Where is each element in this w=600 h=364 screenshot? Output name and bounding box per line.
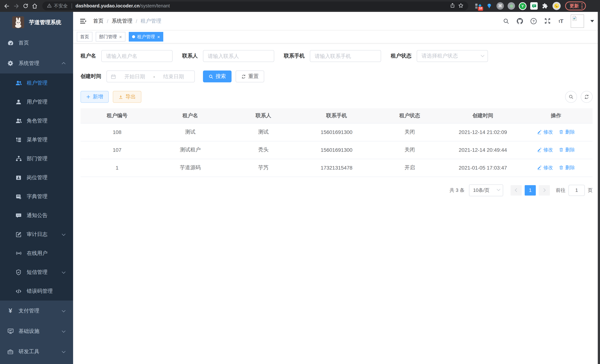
bookmark-star-icon[interactable]	[458, 2, 464, 9]
add-button[interactable]: 新增	[81, 91, 109, 103]
edit-link[interactable]: 修改	[537, 147, 553, 153]
sidebar-item-tenant[interactable]: 租户管理	[0, 74, 73, 92]
avatar[interactable]	[571, 14, 584, 28]
contact-input[interactable]	[203, 50, 274, 62]
browser-menu-icon[interactable]	[581, 3, 582, 9]
goto-page-input[interactable]	[568, 185, 585, 196]
column-header: 创建时间	[446, 108, 519, 123]
sidebar-item-post[interactable]: 岗位管理	[0, 168, 73, 187]
font-size-icon[interactable]: tT	[557, 17, 565, 25]
cell-contact: 秃头	[227, 141, 300, 159]
delete-link[interactable]: 删除	[559, 147, 575, 153]
update-label: 更新	[570, 3, 579, 9]
update-button[interactable]: 更新	[565, 1, 586, 10]
github-icon[interactable]	[516, 17, 524, 25]
current-page-button[interactable]: 1	[525, 185, 536, 195]
status-select[interactable]: 请选择租户状态	[417, 50, 488, 62]
date-range-picker[interactable]: -	[106, 71, 195, 82]
show-search-toggle-icon[interactable]	[565, 91, 577, 103]
avatar-dropdown-icon[interactable]	[590, 20, 594, 22]
end-date-field[interactable]	[157, 74, 191, 79]
tenant-name-input[interactable]	[101, 50, 173, 62]
dashboard-icon	[7, 39, 14, 46]
sidebar-item-dept[interactable]: 部门管理	[0, 149, 73, 168]
tab-部门管理[interactable]: 部门管理×	[96, 32, 125, 42]
delete-link[interactable]: 删除	[559, 129, 575, 135]
tenant-name-field[interactable]	[106, 53, 168, 59]
refresh-table-icon[interactable]	[581, 91, 593, 103]
mobile-input[interactable]	[310, 50, 381, 62]
sidebar-toggle-icon[interactable]	[79, 17, 87, 25]
page-size-select[interactable]: 10条/页	[469, 184, 503, 196]
browser-home-icon[interactable]	[30, 1, 39, 10]
cell-name: 测试	[154, 123, 227, 141]
cell-id: 107	[81, 141, 154, 159]
breadcrumb-item: 租户管理	[141, 18, 161, 24]
filter-row-1: 租户名 联系人 联系手机	[81, 50, 593, 62]
sidebar-item-infra[interactable]: 基础设施	[0, 321, 73, 341]
breadcrumb-item[interactable]: 系统管理	[112, 18, 132, 24]
calendar-icon	[111, 74, 116, 79]
sidebar-item-dict[interactable]: 字典管理	[0, 187, 73, 206]
next-page-button[interactable]	[539, 185, 550, 195]
reset-label: 重置	[248, 73, 259, 80]
sidebar-item-online[interactable]: 在线用户	[0, 244, 73, 263]
export-button[interactable]: 导出	[113, 91, 141, 103]
browser-reload-icon[interactable]	[21, 1, 30, 10]
sidebar-item-devtool[interactable]: 研发工具	[0, 341, 73, 362]
close-icon[interactable]: ×	[157, 34, 160, 39]
edit-link[interactable]: 修改	[537, 164, 553, 171]
tab-首页[interactable]: 首页	[77, 32, 92, 42]
tags-bar: 首页部门管理×租户管理×	[73, 30, 600, 43]
contact-field[interactable]	[208, 53, 269, 59]
status-label: 租户状态	[391, 53, 412, 59]
tab-租户管理[interactable]: 租户管理×	[129, 32, 163, 42]
breadcrumb-item[interactable]: 首页	[93, 18, 103, 24]
edit-link[interactable]: 修改	[537, 129, 553, 135]
cell-contact: 芋艿	[227, 159, 300, 177]
sidebar-item-label: 研发工具	[19, 348, 39, 355]
extension-grid-icon[interactable]: 10	[474, 2, 482, 10]
extension-y-icon[interactable]: Y	[519, 2, 526, 10]
sidebar-item-gear[interactable]: 系统管理	[0, 53, 73, 74]
header-search-icon[interactable]	[502, 17, 510, 25]
share-icon[interactable]	[450, 3, 455, 9]
extension-puzzle-icon[interactable]	[541, 2, 549, 10]
sidebar-item-label: 支付管理	[19, 308, 39, 314]
close-icon[interactable]: ×	[119, 34, 122, 39]
prev-page-button[interactable]	[511, 185, 522, 195]
sidebar-item-sms[interactable]: 短信管理	[0, 263, 73, 282]
sidebar-item-label: 短信管理	[27, 269, 47, 276]
sidebar-item-notice[interactable]: 通知公告	[0, 206, 73, 225]
extension-chat-icon[interactable]	[530, 2, 538, 10]
start-date-field[interactable]	[118, 74, 152, 79]
sidebar-item-user[interactable]: 用户管理	[0, 92, 73, 111]
browser-back-icon[interactable]	[2, 1, 11, 10]
fullscreen-icon[interactable]	[543, 17, 551, 25]
sidebar-item-audit[interactable]: 审计日志	[0, 225, 73, 244]
sidebar-item-role[interactable]: 角色管理	[0, 111, 73, 130]
help-icon[interactable]: ?	[529, 17, 538, 25]
sidebar: 芋道管理系统 首页系统管理租户管理用户管理角色管理菜单管理部门管理岗位管理字典管…	[0, 12, 73, 364]
cell-id: 108	[81, 123, 154, 141]
sidebar-logo[interactable]: 芋道管理系统	[0, 12, 73, 33]
sidebar-item-dashboard[interactable]: 首页	[0, 33, 73, 53]
search-button[interactable]: 搜索	[203, 71, 232, 82]
sidebar-item-menu[interactable]: 菜单管理	[0, 130, 73, 149]
role-icon	[15, 117, 22, 124]
extension-command-icon[interactable]: ⌘	[497, 2, 504, 10]
dict-icon	[15, 193, 22, 200]
security-warning[interactable]: 不安全	[47, 3, 68, 9]
url-bar[interactable]: 不安全 dashboard.yudao.iocoder.cn/system/te…	[42, 1, 468, 10]
extension-dot-icon[interactable]	[508, 2, 515, 10]
delete-link[interactable]: 删除	[559, 164, 575, 171]
mobile-field[interactable]	[315, 53, 376, 59]
extension-drop-icon[interactable]	[485, 2, 493, 10]
extension-emoji-avatar[interactable]	[553, 2, 561, 10]
contact-label: 联系人	[182, 53, 198, 59]
window-edge	[598, 12, 600, 364]
sidebar-item-errcode[interactable]: 错误码管理	[0, 282, 73, 300]
browser-forward-icon[interactable]	[11, 1, 21, 10]
sidebar-item-pay[interactable]: ¥支付管理	[0, 300, 73, 321]
reset-button[interactable]: 重置	[236, 71, 264, 82]
